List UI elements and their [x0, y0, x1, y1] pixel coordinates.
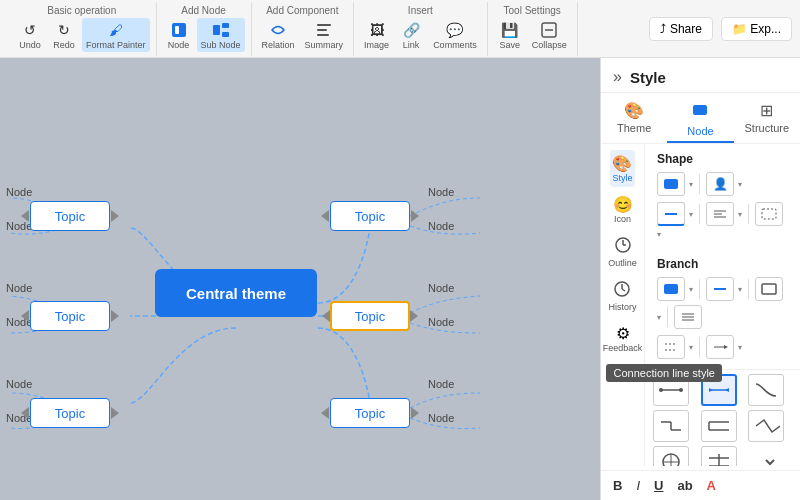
svg-point-34 — [679, 388, 683, 392]
comments-button[interactable]: 💬 Comments — [429, 18, 481, 52]
shape-fill-btn[interactable] — [657, 172, 685, 196]
undo-button[interactable]: ↺ Undo — [14, 18, 46, 52]
subtab-style[interactable]: 🎨 Style — [610, 150, 634, 187]
toolbar-group-tool-settings: Tool Settings 💾 Save Collapse — [488, 2, 578, 56]
save-button[interactable]: 💾 Save — [494, 18, 526, 52]
node-label: Node — [168, 40, 190, 50]
summary-button[interactable]: Summary — [301, 18, 348, 52]
topic-node-top-right[interactable]: Topic — [330, 201, 410, 231]
panel-chevron-icon[interactable]: » — [613, 68, 622, 86]
subtab-history[interactable]: History — [606, 276, 638, 316]
link-icon: 🔗 — [401, 20, 421, 40]
conn-style-8[interactable] — [701, 446, 737, 466]
svg-marker-36 — [725, 388, 729, 392]
underline-button[interactable]: U — [650, 476, 667, 495]
subtab-style-label: Style — [612, 173, 632, 183]
conn-grid-row3 — [653, 446, 792, 466]
branch-more-btn[interactable] — [674, 305, 702, 329]
svg-rect-4 — [222, 32, 229, 37]
topic-label-tl: Topic — [55, 209, 85, 224]
svg-rect-3 — [222, 23, 229, 28]
central-theme-node[interactable]: Central theme — [155, 269, 317, 317]
branch-arrow-dot: ▾ — [738, 343, 742, 352]
tab-structure-label: Structure — [745, 122, 790, 134]
history-subtab-icon — [613, 280, 631, 302]
central-theme-label: Central theme — [186, 285, 286, 302]
style-panel: » Style 🎨 Theme Node ⊞ Structure 🎨 Style — [600, 58, 800, 500]
tool-settings-buttons: 💾 Save Collapse — [494, 18, 571, 52]
subtab-icon-label: Icon — [614, 214, 631, 224]
svg-rect-5 — [317, 24, 331, 26]
topic-node-bot-left[interactable]: Topic — [30, 398, 110, 428]
shape-person-btn[interactable]: 👤 — [706, 172, 734, 196]
sep7 — [699, 337, 700, 357]
image-button[interactable]: 🖼 Image — [360, 18, 393, 52]
italic-button[interactable]: I — [632, 476, 644, 495]
topic-node-mid-left[interactable]: Topic — [30, 301, 110, 331]
border-style-btn[interactable] — [755, 202, 783, 226]
toolbar-group-basic: Basic operation ↺ Undo ↻ Redo 🖌 Format P… — [8, 2, 157, 56]
conn-style-4[interactable] — [653, 410, 689, 442]
tab-theme[interactable]: 🎨 Theme — [601, 93, 667, 143]
branch-row-1: ▾ ▾ ▾ — [657, 277, 788, 329]
topic-node-top-left[interactable]: Topic — [30, 201, 110, 231]
format-painter-button[interactable]: 🖌 Format Painter — [82, 18, 150, 52]
add-component-buttons: Relation Summary — [258, 18, 348, 52]
svg-rect-22 — [762, 209, 776, 219]
toolbar-group-add-component: Add Component Relation Summary — [252, 2, 355, 56]
bold-button[interactable]: B — [609, 476, 626, 495]
theme-icon: 🎨 — [624, 101, 644, 120]
strikethrough-button[interactable]: ab — [673, 476, 696, 495]
structure-icon: ⊞ — [760, 101, 773, 120]
node-right-2: Node — [428, 220, 454, 232]
relation-label: Relation — [262, 40, 295, 50]
tab-structure[interactable]: ⊞ Structure — [734, 93, 800, 143]
connection-styles-grid — [645, 369, 800, 466]
tab-node[interactable]: Node — [667, 93, 733, 143]
subtab-outline[interactable]: Outline — [606, 232, 639, 272]
branch-arrow-btn[interactable] — [706, 335, 734, 359]
topic-node-mid-right[interactable]: Topic — [330, 301, 410, 331]
panel-content: Shape ▾ 👤 ▾ ▾ — [645, 144, 800, 466]
conn-style-3[interactable] — [748, 374, 784, 406]
image-icon: 🖼 — [367, 20, 387, 40]
link-button[interactable]: 🔗 Link — [395, 18, 427, 52]
topic-label-ml: Topic — [55, 309, 85, 324]
conn-style-7[interactable] — [653, 446, 689, 466]
color-button[interactable]: A — [703, 476, 720, 495]
collapse-button[interactable]: Collapse — [528, 18, 571, 52]
align-dot: ▾ — [738, 210, 742, 219]
canvas-area: Central theme Topic Topic Topic Topic To… — [0, 58, 600, 500]
share-button[interactable]: ⤴ Share — [649, 17, 713, 41]
branch-line-dot: ▾ — [738, 285, 742, 294]
conn-style-5[interactable] — [701, 410, 737, 442]
export-button[interactable]: 📁 Exp... — [721, 17, 792, 41]
line-color-btn[interactable] — [657, 202, 685, 226]
branch-line-btn[interactable] — [706, 277, 734, 301]
branch-fill-btn[interactable] — [657, 277, 685, 301]
subtab-icon[interactable]: 😊 Icon — [611, 191, 635, 228]
branch-rect-btn[interactable] — [755, 277, 783, 301]
redo-button[interactable]: ↻ Redo — [48, 18, 80, 52]
conn-grid-expand[interactable] — [748, 446, 792, 466]
format-bar: B I U ab A — [601, 470, 800, 500]
subtab-outline-label: Outline — [608, 258, 637, 268]
subtab-feedback[interactable]: ⚙ Feedback — [601, 320, 645, 357]
align-left-btn[interactable] — [706, 202, 734, 226]
topic-label-tr: Topic — [355, 209, 385, 224]
relation-button[interactable]: Relation — [258, 18, 299, 52]
basic-buttons: ↺ Undo ↻ Redo 🖌 Format Painter — [14, 18, 150, 52]
branch-conn-btn[interactable] — [657, 335, 685, 359]
conn-style-6[interactable] — [748, 410, 784, 442]
node-right-6: Node — [428, 412, 454, 424]
arrow-left-mr — [322, 310, 330, 322]
node-button[interactable]: Node — [163, 18, 195, 52]
topic-node-bot-right[interactable]: Topic — [330, 398, 410, 428]
svg-rect-17 — [664, 179, 678, 189]
sep6 — [667, 307, 668, 327]
subtab-history-label: History — [608, 302, 636, 312]
shape-row-1: ▾ 👤 ▾ — [657, 172, 788, 196]
branch-row-2: ▾ ▾ — [657, 335, 788, 359]
toolbar-right: ⤴ Share 📁 Exp... — [649, 17, 792, 41]
sub-node-button[interactable]: Sub Node — [197, 18, 245, 52]
